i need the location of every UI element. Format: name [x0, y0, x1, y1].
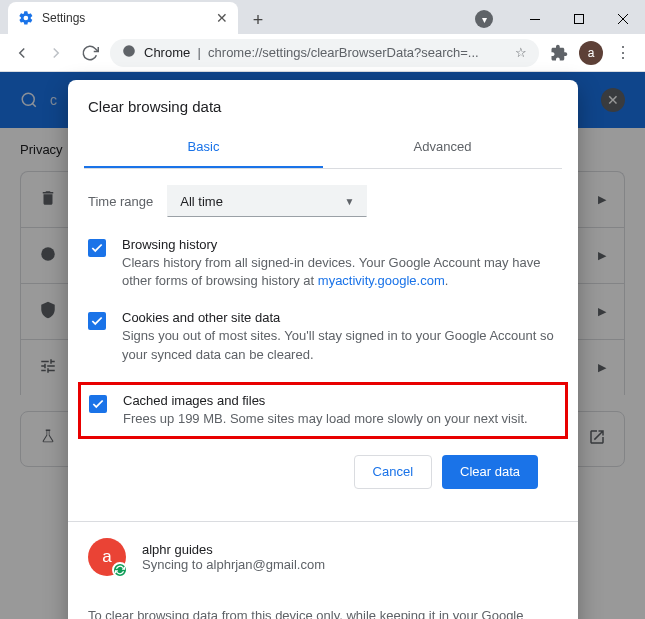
sync-info: a alphr guides Syncing to alphrjan@gmail…: [68, 521, 578, 592]
window-controls: ▾: [475, 4, 645, 34]
svg-rect-1: [575, 15, 584, 24]
option-cookies[interactable]: Cookies and other site data Signs you ou…: [88, 308, 558, 365]
svg-rect-0: [530, 19, 540, 20]
profile-indicator-icon[interactable]: ▾: [475, 10, 493, 28]
sync-badge-icon: [112, 562, 128, 578]
tab-advanced[interactable]: Advanced: [323, 127, 562, 168]
minimize-button[interactable]: [513, 4, 557, 34]
url-text: Chrome | chrome://settings/clearBrowserD…: [144, 45, 507, 60]
checkbox-checked-icon[interactable]: [88, 312, 106, 330]
time-range-select[interactable]: All time ▼: [167, 185, 367, 217]
time-range-value: All time: [180, 194, 223, 209]
myactivity-link[interactable]: myactivity.google.com: [318, 273, 445, 288]
menu-icon[interactable]: ⋮: [609, 39, 637, 67]
close-window-button[interactable]: [601, 4, 645, 34]
back-button[interactable]: [8, 39, 36, 67]
browser-tab[interactable]: Settings ✕: [8, 2, 238, 34]
dialog-title: Clear browsing data: [68, 80, 578, 127]
tab-title: Settings: [42, 11, 216, 25]
option-desc: Signs you out of most sites. You'll stay…: [122, 327, 558, 363]
option-browsing-history[interactable]: Browsing history Clears history from all…: [88, 235, 558, 292]
option-cached[interactable]: Cached images and files Frees up 199 MB.…: [89, 391, 557, 430]
maximize-button[interactable]: [557, 4, 601, 34]
window-titlebar: Settings ✕ + ▾: [0, 0, 645, 34]
close-icon[interactable]: ✕: [216, 10, 228, 26]
svg-point-4: [123, 45, 135, 57]
address-bar[interactable]: Chrome | chrome://settings/clearBrowserD…: [110, 39, 539, 67]
sync-user-name: alphr guides: [142, 542, 325, 557]
reload-button[interactable]: [76, 39, 104, 67]
sync-status: Syncing to alphrjan@gmail.com: [142, 557, 325, 572]
clear-data-button[interactable]: Clear data: [442, 455, 538, 489]
gear-icon: [18, 10, 34, 26]
extensions-icon[interactable]: [545, 39, 573, 67]
clear-browsing-data-dialog: Clear browsing data Basic Advanced Time …: [68, 80, 578, 619]
highlighted-option: Cached images and files Frees up 199 MB.…: [78, 382, 568, 439]
site-info-icon[interactable]: [122, 44, 136, 61]
forward-button[interactable]: [42, 39, 70, 67]
tab-basic[interactable]: Basic: [84, 127, 323, 168]
option-title: Cookies and other site data: [122, 310, 558, 325]
checkbox-checked-icon[interactable]: [89, 395, 107, 413]
option-title: Browsing history: [122, 237, 558, 252]
profile-avatar[interactable]: a: [579, 41, 603, 65]
cancel-button[interactable]: Cancel: [354, 455, 432, 489]
chevron-down-icon: ▼: [344, 196, 354, 207]
bookmark-icon[interactable]: ☆: [515, 45, 527, 60]
option-desc: Clears history from all signed-in device…: [122, 254, 558, 290]
checkbox-checked-icon[interactable]: [88, 239, 106, 257]
dialog-tabs: Basic Advanced: [84, 127, 562, 169]
option-title: Cached images and files: [123, 393, 557, 408]
browser-toolbar: Chrome | chrome://settings/clearBrowserD…: [0, 34, 645, 72]
sync-avatar: a: [88, 538, 126, 576]
new-tab-button[interactable]: +: [244, 6, 272, 34]
dialog-footer-note: To clear browsing data from this device …: [68, 592, 578, 619]
option-desc: Frees up 199 MB. Some sites may load mor…: [123, 410, 557, 428]
time-range-label: Time range: [88, 194, 153, 209]
